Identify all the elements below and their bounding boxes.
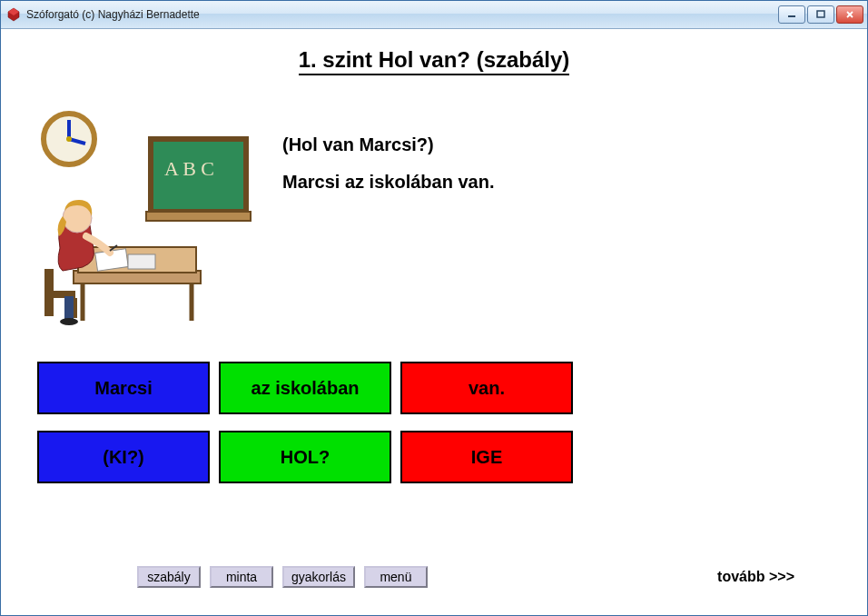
word-cell-ki[interactable]: (KI?)	[37, 431, 210, 483]
close-button[interactable]	[836, 5, 863, 24]
word-cell-label: HOL?	[281, 447, 330, 468]
word-cell-label: Marcsi	[94, 378, 152, 399]
gyakorlas-button[interactable]: gyakorlás	[282, 566, 355, 588]
word-row-2: (KI?) HOL? IGE	[37, 431, 849, 483]
svg-rect-3	[817, 11, 824, 17]
word-cell-label: (KI?)	[103, 447, 144, 468]
word-grid: Marcsi az iskolában van. (KI?) HOL? IGE	[37, 362, 849, 483]
word-cell-label: van.	[469, 378, 505, 399]
maximize-button[interactable]	[807, 5, 834, 24]
classroom-illustration: A B C	[19, 89, 255, 325]
word-cell-hol[interactable]: HOL?	[219, 431, 391, 483]
minimize-button[interactable]	[778, 5, 805, 24]
word-row-1: Marcsi az iskolában van.	[37, 362, 849, 414]
example-line-2: Marcsi az iskolában van.	[282, 172, 494, 193]
titlebar: Szóforgató (c) Nagyházi Bernadette	[1, 1, 867, 29]
page-title: 1. szint Hol van? (szabály)	[19, 47, 849, 73]
word-cell-van[interactable]: van.	[400, 362, 573, 414]
window-controls	[778, 5, 863, 24]
svg-rect-11	[146, 212, 251, 221]
szabaly-button[interactable]: szabály	[137, 566, 201, 588]
example-line-1: (Hol van Marcsi?)	[282, 134, 494, 155]
page-title-text: 1. szint Hol van? (szabály)	[299, 47, 570, 75]
window-title: Szóforgató (c) Nagyházi Bernadette	[26, 8, 778, 21]
svg-point-25	[60, 318, 78, 325]
word-cell-label: IGE	[471, 447, 502, 468]
svg-rect-24	[64, 296, 74, 320]
word-cell-iskolaban[interactable]: az iskolában	[219, 362, 391, 414]
next-link[interactable]: tovább >>>	[717, 569, 794, 585]
app-icon	[6, 7, 21, 22]
word-cell-ige[interactable]: IGE	[400, 431, 573, 483]
app-window: Szóforgató (c) Nagyházi Bernadette 1. sz…	[0, 0, 868, 616]
minta-button[interactable]: minta	[210, 566, 273, 588]
svg-point-9	[66, 136, 72, 142]
word-cell-label: az iskolában	[252, 378, 360, 399]
svg-text:A B C: A B C	[164, 157, 214, 180]
menu-button[interactable]: menü	[364, 566, 428, 588]
word-cell-marcsi[interactable]: Marcsi	[37, 362, 210, 414]
svg-rect-18	[128, 254, 155, 269]
nav-buttons: szabály minta gyakorlás menü	[137, 566, 428, 588]
upper-row: A B C	[19, 89, 849, 325]
bottom-bar: szabály minta gyakorlás menü tovább >>>	[1, 566, 867, 588]
client-area: 1. szint Hol van? (szabály) A B C	[1, 29, 867, 615]
example-text: (Hol van Marcsi?) Marcsi az iskolában va…	[282, 134, 494, 325]
